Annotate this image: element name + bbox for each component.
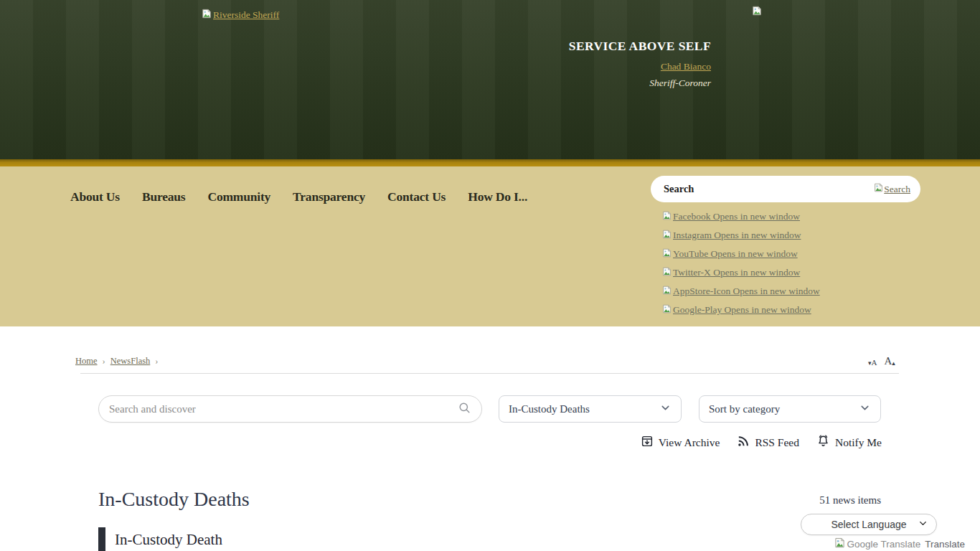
broken-image-icon (202, 9, 212, 22)
category-dropdown-value: In-Custody Deaths (509, 403, 590, 415)
header-text-block: SERVICE ABOVE SELF Chad Bianco Sheriff-C… (569, 39, 711, 89)
news-actions: View Archive RSS Feed Notify Me (641, 434, 882, 451)
instagram-link[interactable]: Instagram Opens in new window (662, 226, 820, 245)
google-play-link-label: Google-Play Opens in new window (673, 304, 811, 316)
nav-item-about-us[interactable]: About Us (70, 189, 120, 204)
font-increase-letter: A (884, 356, 892, 367)
site-search-input[interactable] (664, 183, 874, 195)
site-logo-link[interactable]: Riverside Sheriff (202, 9, 279, 22)
breadcrumb: Home › NewsFlash › (75, 356, 158, 367)
rss-feed-button[interactable]: RSS Feed (737, 435, 799, 451)
youtube-link-label: YouTube Opens in new window (673, 248, 798, 260)
breadcrumb-home-link[interactable]: Home (75, 356, 98, 367)
site-search-submit-label: Search (884, 184, 910, 195)
font-increase-button[interactable]: A ▴ (884, 356, 895, 367)
app-store-link[interactable]: AppStore-Icon Opens in new window (662, 282, 820, 301)
section-title: In-Custody Death (115, 531, 222, 549)
site-search-bar: Search (651, 176, 920, 202)
rss-feed-label: RSS Feed (755, 436, 799, 449)
youtube-icon (662, 248, 672, 260)
google-translate-attribution: Google Translate Translate (834, 537, 965, 550)
news-count: 51 news items (819, 494, 881, 507)
page-title: In-Custody Deaths (98, 488, 250, 511)
view-archive-button[interactable]: View Archive (641, 435, 720, 451)
language-select-value: Select Language (831, 519, 906, 530)
bell-icon (816, 434, 830, 451)
chevron-down-icon (859, 402, 871, 417)
language-select[interactable]: Select Language (801, 514, 937, 535)
social-links: Facebook Opens in new window Instagram O… (662, 207, 820, 319)
facebook-link[interactable]: Facebook Opens in new window (662, 207, 820, 226)
riverside-sheriff-page: Riverside Sheriff SERVICE ABOVE SELF Cha… (0, 0, 980, 551)
site-logo-alt-text: Riverside Sheriff (213, 9, 279, 21)
rss-icon (737, 435, 750, 451)
font-size-controls: ▾ A A ▴ (868, 356, 895, 367)
news-search-input[interactable] (109, 403, 458, 415)
broken-image-icon (834, 537, 845, 550)
news-search-bar (98, 395, 482, 423)
twitter-x-link[interactable]: Twitter-X Opens in new window (662, 263, 820, 282)
google-play-icon (662, 304, 672, 316)
font-decrease-button[interactable]: ▾ A (868, 359, 877, 367)
nav-item-how-do-i[interactable]: How Do I... (468, 189, 527, 204)
motto-text: SERVICE ABOVE SELF (569, 39, 711, 54)
section-heading-bar (98, 527, 105, 551)
chevron-down-icon (918, 518, 928, 531)
triangle-up-icon: ▴ (892, 360, 895, 367)
site-header: Riverside Sheriff SERVICE ABOVE SELF Cha… (0, 0, 980, 159)
gold-divider-stripe (0, 159, 980, 166)
notify-me-label: Notify Me (835, 436, 882, 449)
sort-dropdown[interactable]: Sort by category (699, 395, 881, 423)
youtube-link[interactable]: YouTube Opens in new window (662, 245, 820, 263)
archive-icon (641, 435, 654, 451)
sheriff-title-text: Sheriff-Coroner (569, 77, 711, 89)
translate-label: Translate (925, 539, 965, 550)
chevron-down-icon (659, 402, 672, 417)
instagram-icon (662, 230, 672, 242)
breadcrumb-newsflash-link[interactable]: NewsFlash (110, 356, 151, 367)
site-search-submit-link[interactable]: Search (874, 183, 910, 195)
twitter-x-icon (662, 267, 672, 279)
nav-item-community[interactable]: Community (207, 189, 270, 204)
sheriff-name-link[interactable]: Chad Bianco (661, 61, 711, 72)
main-nav: About Us Bureaus Community Transparency … (70, 189, 527, 204)
view-archive-label: View Archive (659, 436, 720, 449)
breadcrumb-separator: › (103, 356, 105, 367)
section-heading: In-Custody Death (98, 527, 222, 551)
google-play-link[interactable]: Google-Play Opens in new window (662, 301, 820, 319)
facebook-icon (662, 211, 672, 223)
instagram-link-label: Instagram Opens in new window (673, 230, 801, 241)
broken-image-icon (752, 6, 762, 19)
broken-image-icon (874, 183, 883, 195)
category-dropdown[interactable]: In-Custody Deaths (499, 395, 682, 423)
nav-item-bureaus[interactable]: Bureaus (142, 189, 186, 204)
twitter-x-link-label: Twitter-X Opens in new window (673, 267, 800, 278)
font-decrease-letter: A (872, 359, 877, 367)
nav-item-transparency[interactable]: Transparency (293, 189, 365, 204)
app-store-icon (662, 286, 672, 298)
notify-me-button[interactable]: Notify Me (816, 434, 882, 451)
sort-dropdown-value: Sort by category (709, 403, 780, 415)
nav-item-contact-us[interactable]: Contact Us (387, 189, 446, 204)
facebook-link-label: Facebook Opens in new window (673, 211, 800, 222)
search-icon[interactable] (458, 401, 471, 418)
breadcrumb-separator: › (155, 356, 158, 367)
google-translate-alt-text: Google Translate (847, 539, 920, 550)
content-divider (80, 373, 899, 374)
app-store-link-label: AppStore-Icon Opens in new window (673, 286, 820, 297)
